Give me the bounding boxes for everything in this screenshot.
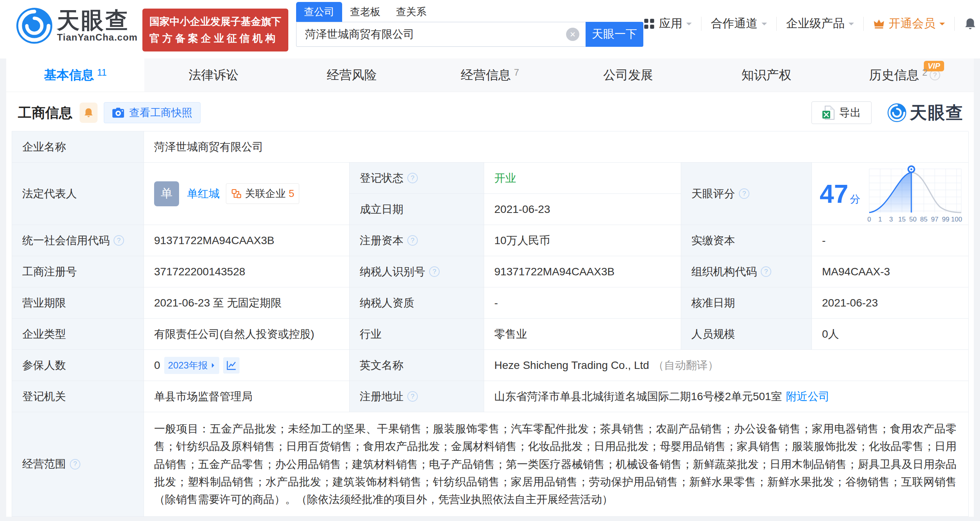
tab-risk[interactable]: 经营风险 [283,58,421,92]
nav-vip-label: 开通会员 [889,16,936,32]
nav-apps-label: 应用 [659,16,682,32]
snapshot-button[interactable]: 查看工商快照 [104,102,201,123]
help-icon[interactable]: ? [407,235,418,246]
tab-label: 经营信息 [461,67,511,84]
search-input-wrap: ✕ [296,22,586,47]
tab-ip[interactable]: 知识产权 [697,58,835,92]
label-text: 经营范围 [22,457,66,471]
tab-basic-info[interactable]: 基本信息 11 [6,58,144,92]
svg-text:1: 1 [878,216,882,223]
help-icon[interactable]: ? [739,188,749,199]
search-tab-boss[interactable]: 查老板 [342,2,388,22]
nav-enterprise-label: 企业级产品 [786,16,845,32]
divider [701,17,701,31]
help-icon[interactable]: ? [429,266,440,277]
score-label: 天眼评分 ? [681,163,812,225]
industry-label: 行业 [350,319,484,350]
help-icon[interactable]: ? [114,235,124,246]
tianyancha-logo[interactable]: 天眼查 TianYanCha.com [16,7,138,44]
watermark-label: 天眼查 [910,101,964,124]
section-head: 工商信息 查看工商快照 导出 [6,92,974,131]
reg-status-value: 开业 [484,163,681,194]
label-text: 组织机构代码 [691,264,757,279]
taxpayer-id-label: 纳税人识别号 ? [350,256,484,287]
export-button-label: 导出 [839,105,861,120]
english-name-value: Heze Shicheng Trading Co., Ltd （自动翻译） [484,350,969,381]
label-text: 统一社会信用代码 [22,233,110,248]
avatar[interactable]: 单 [154,181,179,206]
establish-date-value: 2021-06-23 [484,194,681,225]
help-icon[interactable]: ? [930,70,940,80]
insured-value: 0 2023年报 [144,350,350,381]
related-companies-count: 5 [289,188,294,200]
tab-operation[interactable]: 经营信息 7 [421,58,559,92]
nearby-companies-link[interactable]: 附近公司 [786,389,829,404]
staff-size-label: 人员规模 [681,319,812,350]
clear-search-icon[interactable]: ✕ [566,28,579,41]
arrow-right-icon [212,363,217,368]
search-tabs: 查公司 查老板 查关系 [296,4,643,22]
help-icon[interactable]: ? [70,459,80,470]
business-scope-label: 经营范围 ? [12,412,144,517]
score-cell: 47分 0 [812,163,969,225]
notification-bell[interactable] [964,17,976,30]
approval-date-value: 2021-06-23 [812,287,969,319]
legal-rep-link[interactable]: 单红城 [187,186,220,201]
divider [776,17,777,31]
page-body: 基本信息 11 法律诉讼 经营风险 经营信息 7 公司发展 知识产权 VIP 历… [0,58,980,521]
taxpayer-id-value: 91371722MA94CAAX3B [484,256,681,287]
related-companies-badge[interactable]: 关联企业 5 [226,183,299,204]
monitor-bell-button[interactable] [80,103,98,123]
reg-authority-label: 登记机关 [12,381,144,412]
business-term-value: 2021-06-23 至 无固定期限 [144,287,350,319]
svg-text:50: 50 [909,216,917,223]
tab-history[interactable]: VIP 历史信息 2 ? [836,58,974,92]
paid-capital-value: - [812,225,969,256]
search-tab-relation[interactable]: 查关系 [388,2,434,22]
auto-translate-note: （自动翻译） [653,358,719,373]
excel-icon [822,106,834,120]
nav-partner[interactable]: 合作通道 [711,16,767,32]
nav-apps[interactable]: 应用 [643,16,692,32]
help-icon[interactable]: ? [761,266,771,277]
legal-rep-value: 单 单红城 关联企业 5 [144,163,350,225]
chevron-down-icon [849,23,854,28]
tab-label: 历史信息 [869,67,919,84]
svg-text:100: 100 [951,216,962,223]
legal-rep-label: 法定代表人 [12,163,144,225]
annual-report-badge[interactable]: 2023年报 [164,357,219,374]
nav-vip[interactable]: 开通会员 [873,16,945,32]
label-text: 登记状态 [360,171,403,186]
company-tabbar: 基本信息 11 法律诉讼 经营风险 经营信息 7 公司发展 知识产权 VIP 历… [6,58,974,92]
gov-badge-line1: 国家中小企业发展子基金旗下 [149,13,281,30]
nav-partner-label: 合作通道 [711,16,758,32]
search-button[interactable]: 天眼一下 [586,22,643,47]
tab-development[interactable]: 公司发展 [559,58,697,92]
camera-icon [112,107,124,118]
chevron-down-icon [686,23,692,28]
reg-capital-value: 10万人民币 [484,225,681,256]
reg-authority-value: 单县市场监督管理局 [144,381,350,412]
taxpayer-quality-value: - [484,287,681,319]
tab-count: 7 [514,67,519,78]
trend-chart-button[interactable] [223,357,240,374]
svg-text:85: 85 [920,216,928,223]
score-distribution-chart: 0 1 3 15 50 85 97 99 100 [865,164,964,223]
org-chart-icon [231,188,242,199]
help-icon[interactable]: ? [407,173,418,183]
business-info-table: 企业名称 菏泽世城商贸有限公司 法定代表人 单 单红城 关联企业 5 登记状态 … [12,131,968,517]
english-name-text: Heze Shicheng Trading Co., Ltd [494,359,649,372]
score-value: 47 [820,179,848,208]
top-nav: 应用 合作通道 企业级产品 开通会员 肖青羽 [643,16,980,32]
search-tab-company[interactable]: 查公司 [296,2,342,22]
search-input[interactable] [304,28,566,41]
tab-legal[interactable]: 法律诉讼 [144,58,282,92]
gov-certification-badge: 国家中小企业发展子基金旗下 官方备案企业征信机构 [142,9,288,51]
label-text: 纳税人识别号 [360,264,425,279]
reg-status-label: 登记状态 ? [350,163,484,194]
search-box: 查公司 查老板 查关系 ✕ 天眼一下 [296,4,643,47]
help-icon[interactable]: ? [407,391,418,402]
export-button[interactable]: 导出 [811,101,872,124]
nav-enterprise[interactable]: 企业级产品 [786,16,854,32]
svg-text:15: 15 [898,216,906,223]
